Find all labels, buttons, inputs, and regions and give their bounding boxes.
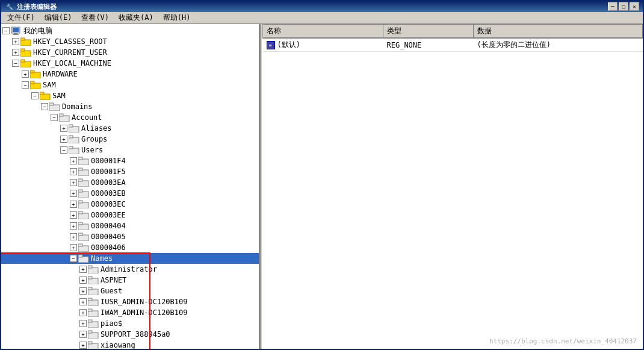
tree-node-hkcr[interactable]: +HKEY_CLASSES_ROOT <box>1 36 259 47</box>
folder-yellow-icon <box>30 70 41 78</box>
tree-node-n-xiaow[interactable]: +xiaowang <box>1 340 259 349</box>
tree-node-label: Aliases <box>81 124 112 133</box>
folder-gray-icon <box>78 233 89 241</box>
tree-indent <box>2 264 12 275</box>
tree-pane[interactable]: −我的电脑+HKEY_CLASSES_ROOT+HKEY_CURRENT_USE… <box>1 24 260 349</box>
collapse-icon[interactable]: − <box>51 114 58 121</box>
tree-node-n-iwam[interactable]: +IWAM_ADMIN-DC120B109 <box>1 307 259 318</box>
tree-node-n-iusr[interactable]: +IUSR_ADMIN-DC120B109 <box>1 296 259 307</box>
tree-node-label: 000003EE <box>91 211 126 219</box>
expand-icon[interactable]: + <box>79 298 87 305</box>
collapse-icon[interactable]: − <box>12 60 19 67</box>
tree-indent <box>41 166 51 177</box>
tree-node-account[interactable]: −Account <box>1 112 259 123</box>
expand-icon[interactable]: + <box>22 70 29 78</box>
tree-node-label: 00000404 <box>91 222 126 230</box>
svg-rect-19 <box>59 114 63 116</box>
tree-node-n-guest[interactable]: +Guest <box>1 286 259 296</box>
tree-indent <box>41 286 51 296</box>
tree-indent <box>60 177 70 188</box>
collapse-icon[interactable]: − <box>22 81 29 89</box>
expand-icon[interactable]: + <box>79 320 87 327</box>
tree-indent <box>12 101 22 112</box>
expand-icon[interactable]: + <box>60 136 67 143</box>
tree-node-label: 000001F5 <box>91 167 126 176</box>
tree-indent <box>2 253 12 264</box>
expand-icon[interactable]: + <box>79 266 87 273</box>
tree-node-u3eb[interactable]: +000003EB <box>1 188 259 199</box>
tree-indent <box>2 296 12 307</box>
tree-node-n-aspnet[interactable]: +ASPNET <box>1 275 259 286</box>
expand-icon[interactable]: + <box>70 211 77 219</box>
table-row[interactable]: ≡(默认)REG_NONE(长度为零的二进位值) <box>263 38 643 52</box>
tree-node-u3ee[interactable]: +000003EE <box>1 210 259 220</box>
expand-icon[interactable]: + <box>79 287 87 295</box>
expand-icon[interactable]: + <box>79 277 87 284</box>
collapse-icon[interactable]: − <box>2 27 10 34</box>
expand-icon[interactable]: + <box>79 342 87 349</box>
tree-node-groups[interactable]: +Groups <box>1 134 259 145</box>
tree-indent <box>2 112 12 123</box>
expand-icon[interactable]: + <box>70 233 77 240</box>
collapse-icon[interactable]: − <box>60 146 67 154</box>
tree-indent <box>60 188 70 199</box>
svg-rect-59 <box>88 331 92 333</box>
menu-item-favorites[interactable]: 收藏夹(A) <box>114 11 158 24</box>
tree-node-n-admin[interactable]: +Administrator <box>1 264 259 275</box>
minimize-button[interactable]: ─ <box>608 2 618 11</box>
tree-node-aliases[interactable]: +Aliases <box>1 123 259 134</box>
tree-indent <box>70 264 79 275</box>
folder-gray-icon <box>88 308 99 317</box>
tree-indent <box>60 286 70 296</box>
tree-node-u1f4[interactable]: +000001F4 <box>1 155 259 166</box>
expand-icon[interactable]: + <box>70 201 77 208</box>
tree-node-sam-sam[interactable]: −SAM <box>1 90 259 101</box>
tree-node-n-piao[interactable]: +piao$ <box>1 318 259 329</box>
expand-icon[interactable]: + <box>79 331 87 338</box>
expand-icon[interactable]: + <box>70 157 77 164</box>
tree-indent <box>12 329 22 340</box>
expand-icon[interactable]: + <box>12 38 19 45</box>
tree-node-u3ec[interactable]: +000003EC <box>1 199 259 210</box>
menu-item-help[interactable]: 帮助(H) <box>158 11 196 24</box>
menu-item-edit[interactable]: 编辑(E) <box>40 11 77 24</box>
tree-node-u404[interactable]: +00000404 <box>1 220 259 231</box>
tree-node-sam[interactable]: −SAM <box>1 80 259 90</box>
tree-node-label: Names <box>91 254 113 263</box>
expand-icon[interactable]: + <box>12 49 19 56</box>
tree-node-names[interactable]: −Names <box>1 253 259 264</box>
tree-node-hklm[interactable]: −HKEY_LOCAL_MACHINE <box>1 58 259 69</box>
tree-node-users[interactable]: −Users <box>1 145 259 155</box>
tree-node-label: 00000405 <box>91 233 126 241</box>
tree-node-u405[interactable]: +00000405 <box>1 231 259 242</box>
tree-node-u406[interactable]: +00000406 <box>1 242 259 253</box>
tree-node-hkcu[interactable]: +HKEY_CURRENT_USER <box>1 47 259 58</box>
folder-gray-icon <box>69 135 79 143</box>
collapse-icon[interactable]: − <box>70 255 77 262</box>
expand-icon[interactable]: + <box>79 309 87 316</box>
tree-node-hardware[interactable]: +HARDWARE <box>1 69 259 80</box>
tree-node-u3ea[interactable]: +000003EA <box>1 177 259 188</box>
menu-item-view[interactable]: 查看(V) <box>76 11 114 24</box>
tree-node-u1f5[interactable]: +000001F5 <box>1 166 259 177</box>
tree-indent <box>60 329 70 340</box>
folder-yellow-icon <box>40 92 51 100</box>
tree-node-my-computer[interactable]: −我的电脑 <box>1 25 259 36</box>
expand-icon[interactable]: + <box>70 222 77 230</box>
expand-icon[interactable]: + <box>70 244 77 251</box>
expand-icon[interactable]: + <box>70 190 77 197</box>
tree-node-n-supp[interactable]: +SUPPORT_388945a0 <box>1 329 259 340</box>
collapse-icon[interactable]: − <box>31 92 39 99</box>
tree-indent <box>51 220 60 231</box>
maximize-button[interactable]: □ <box>619 2 628 11</box>
expand-icon[interactable]: + <box>70 179 77 186</box>
menu-item-file[interactable]: 文件(F) <box>2 11 40 24</box>
tree-node-domains[interactable]: −Domains <box>1 101 259 112</box>
collapse-icon[interactable]: − <box>41 103 48 110</box>
app-icon: 🔧 <box>5 2 14 11</box>
tree-indent <box>2 220 12 231</box>
expand-icon[interactable]: + <box>70 168 77 175</box>
expand-icon[interactable]: + <box>60 125 67 132</box>
close-button[interactable]: ✕ <box>630 2 639 11</box>
tree-indent <box>31 296 41 307</box>
